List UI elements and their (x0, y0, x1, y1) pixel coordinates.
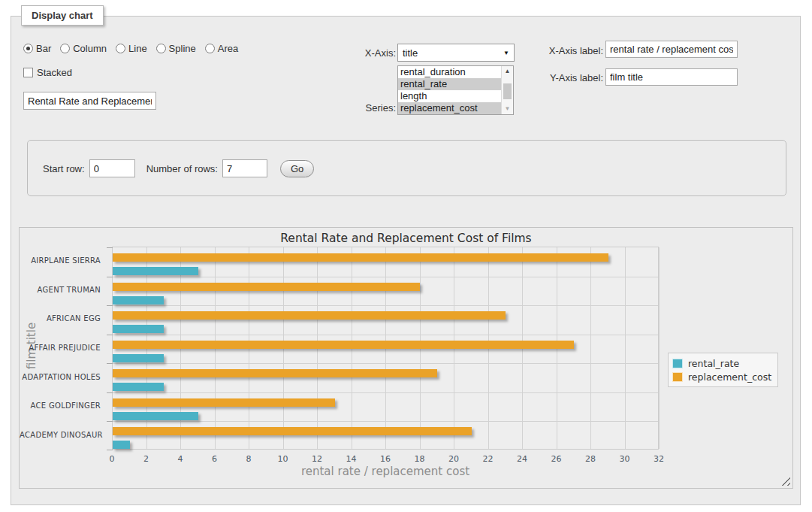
radio-label: Line (128, 43, 147, 54)
x-tick-label: 32 (654, 454, 664, 464)
bar-rental_rate (113, 441, 130, 449)
bar-replacement_cost (113, 253, 608, 262)
chart-title-input[interactable] (23, 92, 156, 110)
go-button[interactable]: Go (280, 160, 314, 177)
fieldset-legend: Display chart (21, 5, 104, 26)
x-axis-label-label: X-Axis label: (508, 45, 603, 56)
x-tick-label: 16 (380, 454, 391, 464)
legend-item-rental_rate: rental_rate (672, 356, 771, 370)
bar-rental_rate (113, 267, 198, 275)
category-label: AFRICAN EGG (20, 314, 101, 323)
x-tick-label: 28 (585, 454, 596, 464)
radio-icon[interactable] (116, 44, 125, 53)
series-select-label: Series: (300, 102, 396, 114)
chart-type-radio-area[interactable]: Area (205, 43, 238, 54)
gridline (659, 247, 660, 449)
stacked-checkbox-row: Stacked (23, 67, 72, 78)
chart-container: Rental Rate and Replacement Cost of Film… (19, 227, 793, 489)
radio-label: Area (218, 43, 238, 54)
y-tick-mark (107, 277, 113, 277)
legend-swatch-icon (672, 372, 683, 382)
y-axis-label-input[interactable] (605, 68, 738, 86)
gridline (625, 247, 626, 449)
x-tick-label: 0 (110, 454, 115, 464)
radio-icon[interactable] (60, 44, 70, 53)
gridline (113, 363, 658, 364)
series-listbox[interactable]: rental_durationrental_ratelengthreplacem… (397, 65, 514, 115)
bar-replacement_cost (113, 369, 437, 377)
radio-icon[interactable] (23, 44, 33, 53)
bar-replacement_cost (113, 311, 506, 320)
resize-grip-icon[interactable] (781, 477, 790, 486)
x-tick-label: 22 (483, 454, 494, 464)
chart-title: Rental Rate and Replacement Cost of Film… (20, 232, 792, 245)
category-label: AFFAIR PREJUDICE (20, 344, 101, 352)
chart-type-radio-bar[interactable]: Bar (23, 43, 51, 54)
legend-item-replacement_cost: replacement_cost (672, 370, 771, 383)
gridline (113, 421, 658, 422)
x-tick-label: 2 (143, 454, 149, 464)
number-of-rows-input[interactable] (222, 159, 267, 177)
x-tick-label: 10 (278, 454, 288, 464)
y-tick-mark (107, 247, 113, 248)
x-axis-select-label: X-Axis: (300, 47, 396, 59)
stacked-label: Stacked (37, 67, 72, 78)
category-label: ADAPTATION HOLES (20, 373, 101, 381)
chart-legend: rental_ratereplacement_cost (668, 353, 778, 387)
y-tick-mark (107, 363, 113, 364)
legend-label: replacement_cost (688, 371, 771, 383)
x-tick-label: 26 (551, 454, 562, 464)
gridline (113, 305, 658, 306)
chart-type-radio-group: BarColumnLineSplineArea (23, 43, 238, 54)
x-tick-label: 14 (346, 454, 357, 464)
category-label: ACADEMY DINOSAUR (20, 431, 101, 439)
x-tick-label: 20 (448, 454, 459, 464)
x-axis-label-input[interactable] (605, 41, 738, 58)
rows-panel: Start row: Number of rows: Go (27, 140, 786, 196)
x-axis-selected-value: title (403, 47, 503, 59)
chart-type-radio-column[interactable]: Column (60, 43, 107, 54)
start-row-label: Start row: (43, 163, 85, 174)
x-tick-label: 6 (212, 454, 217, 464)
radio-label: Bar (36, 43, 51, 54)
x-axis-select[interactable]: title ▼ (397, 44, 515, 62)
radio-icon[interactable] (205, 44, 215, 53)
gridline (113, 335, 658, 335)
bar-replacement_cost (113, 341, 574, 349)
legend-label: rental_rate (688, 358, 739, 369)
y-tick-mark (107, 421, 113, 422)
gridline (590, 247, 591, 449)
chart-category-labels: AIRPLANE SIERRAAGENT TRUMANAFRICAN EGGAF… (20, 247, 107, 450)
x-tick-label: 8 (246, 454, 252, 464)
bar-rental_rate (113, 296, 164, 304)
scroll-down-icon[interactable]: ▼ (502, 104, 513, 114)
series-option-replacement_cost[interactable]: replacement_cost (398, 102, 501, 114)
radio-label: Spline (169, 43, 196, 54)
x-tick-label: 4 (178, 454, 183, 464)
category-label: AIRPLANE SIERRA (20, 256, 101, 265)
page: Display chart BarColumnLineSplineArea St… (0, 0, 812, 512)
radio-label: Column (73, 43, 107, 54)
radio-icon[interactable] (156, 44, 166, 53)
series-option-rental_duration[interactable]: rental_duration (398, 66, 501, 78)
series-option-length[interactable]: length (398, 90, 501, 102)
bar-rental_rate (113, 354, 164, 362)
chart-type-radio-spline[interactable]: Spline (156, 43, 196, 54)
y-tick-mark (107, 305, 113, 306)
gridline (113, 392, 658, 393)
series-option-rental_rate[interactable]: rental_rate (398, 78, 501, 90)
x-tick-label: 12 (312, 454, 322, 464)
stacked-checkbox-icon[interactable] (23, 68, 33, 77)
category-label: AGENT TRUMAN (20, 286, 101, 294)
chart-type-radio-line[interactable]: Line (116, 43, 147, 54)
number-of-rows-label: Number of rows: (146, 163, 218, 174)
bar-rental_rate (113, 383, 164, 391)
category-label: ACE GOLDFINGER (20, 401, 101, 410)
bar-replacement_cost (113, 398, 335, 407)
y-tick-mark (107, 450, 113, 450)
legend-swatch-icon (672, 359, 683, 368)
start-row-input[interactable] (89, 159, 135, 177)
y-tick-mark (107, 335, 113, 335)
scrollbar-thumb[interactable] (503, 83, 512, 99)
bar-replacement_cost (113, 427, 472, 435)
